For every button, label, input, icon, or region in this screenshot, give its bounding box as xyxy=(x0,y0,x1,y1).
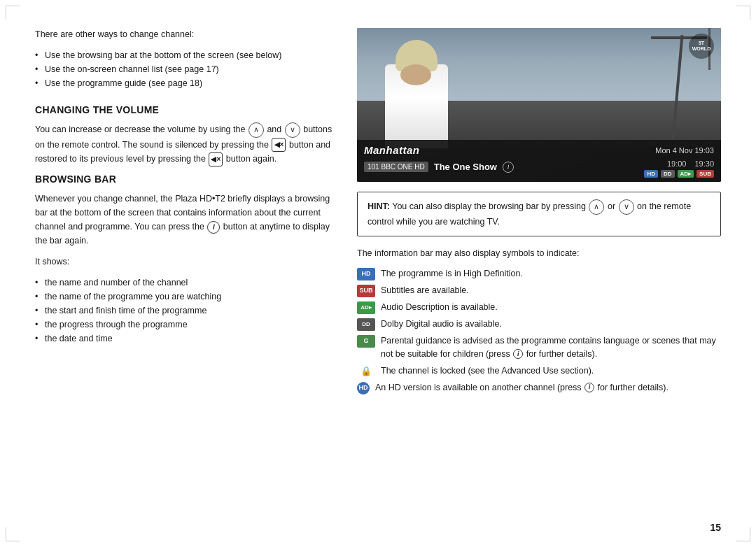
tv-channel-badge: 101 BBC ONE HD xyxy=(364,162,428,172)
tv-time1: 19:00 xyxy=(667,159,687,168)
figure-face xyxy=(400,64,431,85)
bullet-list: Use the browsing bar at the bottom of th… xyxy=(35,48,336,90)
tv-badge-ad: AD▸ xyxy=(678,170,694,178)
volume-and: and xyxy=(267,125,284,134)
tv-bar-mid: 101 BBC ONE HD The One Show i xyxy=(364,162,514,173)
tv-badge-sub: SUB xyxy=(696,170,714,178)
hint-down-icon: ∨ xyxy=(619,199,634,215)
tv-logo-text: 5T WORLD xyxy=(689,41,714,51)
info-icon-g: i xyxy=(513,349,523,359)
sym-text-dd: Dolby Digital audio is available. xyxy=(381,318,721,331)
sym-badge-hd: HD xyxy=(357,268,375,280)
sym-text-ad: Audio Description is available. xyxy=(381,301,721,314)
sym-text-lock: The channel is locked (see the Advanced … xyxy=(381,364,721,378)
page-container: There are other ways to change channel: … xyxy=(0,0,756,547)
tv-info-icon: i xyxy=(503,162,514,173)
right-column: 5T WORLD Manhattan Mon 4 Nov 19:03 101 B… xyxy=(357,21,721,526)
shows-list: the name and number of the channel the n… xyxy=(35,276,336,346)
volume-body: You can increase or decrease the volume … xyxy=(35,122,336,166)
tv-logo: 5T WORLD xyxy=(689,34,714,59)
hint-label: HINT: xyxy=(368,201,390,211)
info-icon-hd2: i xyxy=(584,383,594,392)
sym-badge-ad: AD▸ xyxy=(357,301,375,314)
mute-icon: ◀× xyxy=(272,138,286,152)
volume-text4: button again. xyxy=(226,154,276,164)
tv-brand: Manhattan xyxy=(364,144,420,156)
info-bar-intro: The information bar may also display sym… xyxy=(357,246,721,260)
list-item: Use the browsing bar at the bottom of th… xyxy=(35,48,336,62)
it-shows-label: It shows: xyxy=(35,255,336,269)
symbol-list: HD The programme is in High Definition. … xyxy=(357,267,721,395)
two-col-layout: There are other ways to change channel: … xyxy=(35,21,721,526)
symbol-item-hd: HD The programme is in High Definition. xyxy=(357,267,721,280)
hint-text1: You can also display the browsing bar by… xyxy=(392,201,588,211)
tv-bar-badges: HD DD AD▸ SUB xyxy=(644,170,714,178)
sym-badge-lock: 🔒 xyxy=(357,365,375,378)
volume-section-title: CHANGING THE VOLUME xyxy=(35,104,336,115)
vol-down-icon: ∨ xyxy=(285,122,300,138)
left-column: There are other ways to change channel: … xyxy=(35,21,336,526)
list-item: Use the programme guide (see page 18) xyxy=(35,76,336,90)
symbol-item-dd: DD Dolby Digital audio is available. xyxy=(357,318,721,331)
tv-info-bar: Manhattan Mon 4 Nov 19:03 101 BBC ONE HD… xyxy=(357,140,721,182)
symbol-item-lock: 🔒 The channel is locked (see the Advance… xyxy=(357,364,721,378)
corner-mark-tl xyxy=(6,6,20,20)
tv-bar-times: 19:00 19:30 xyxy=(644,159,714,168)
list-item: the date and time xyxy=(35,332,336,346)
hint-up-icon: ∧ xyxy=(589,199,604,215)
sym-badge-g: G xyxy=(357,335,375,348)
list-item: Use the on-screen channel list (see page… xyxy=(35,62,336,76)
unmute-icon: ◀× xyxy=(209,152,223,166)
list-item: the name of the programme you are watchi… xyxy=(35,290,336,304)
sym-badge-dd: DD xyxy=(357,318,375,331)
symbol-item-g: G Parental guidance is advised as the pr… xyxy=(357,334,721,361)
sym-text-g: Parental guidance is advised as the prog… xyxy=(381,334,721,361)
sym-badge-hd2: HD xyxy=(357,382,370,395)
list-item: the progress through the programme xyxy=(35,318,336,332)
tv-screenshot: 5T WORLD Manhattan Mon 4 Nov 19:03 101 B… xyxy=(357,28,721,182)
tv-datetime: Mon 4 Nov 19:03 xyxy=(655,146,714,155)
sym-badge-sub: SUB xyxy=(357,285,375,297)
symbol-item-sub: SUB Subtitles are available. xyxy=(357,284,721,297)
tv-right-side: 19:00 19:30 HD DD AD▸ SUB xyxy=(644,159,714,178)
browsing-bar-title: BROWSING BAR xyxy=(35,173,336,185)
info-icon-inline: i xyxy=(207,221,220,234)
sym-text-hd2: An HD version is available on another ch… xyxy=(375,381,721,395)
sym-text-hd: The programme is in High Definition. xyxy=(381,267,721,280)
hint-box: HINT: You can also display the browsing … xyxy=(357,192,721,236)
tv-badge-hd: HD xyxy=(644,170,658,178)
tv-bar-top: Manhattan Mon 4 Nov 19:03 xyxy=(364,144,714,156)
symbol-item-ad: AD▸ Audio Description is available. xyxy=(357,301,721,314)
symbol-item-hd2: HD An HD version is available on another… xyxy=(357,381,721,395)
browsing-bar-body: Whenever you change channel, the Plaza H… xyxy=(35,192,336,248)
corner-mark-tr xyxy=(736,6,750,20)
tv-show-title: The One Show xyxy=(434,162,497,172)
page-number: 15 xyxy=(710,522,721,533)
sym-text-sub: Subtitles are available. xyxy=(381,284,721,297)
list-item: the start and finish time of the program… xyxy=(35,304,336,318)
intro-text: There are other ways to change channel: xyxy=(35,28,336,41)
tv-time2: 19:30 xyxy=(694,159,714,168)
corner-mark-bl xyxy=(6,527,20,541)
tv-badge-dd: DD xyxy=(661,170,675,178)
corner-mark-br xyxy=(736,527,750,541)
hint-or: or xyxy=(608,201,618,211)
list-item: the name and number of the channel xyxy=(35,276,336,290)
vol-up-icon: ∧ xyxy=(248,122,264,138)
volume-text1: You can increase or decrease the volume … xyxy=(35,125,245,134)
